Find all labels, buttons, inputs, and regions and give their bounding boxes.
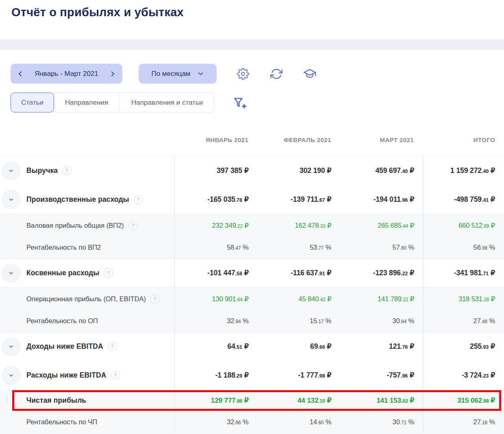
value-cell-february: 302 190 ₽ <box>258 156 341 185</box>
value-cell-january: 130 901.64 ₽ <box>175 288 258 310</box>
table-row: Рентабельность по ОП32.94 %15.17 %30.84 … <box>0 310 504 332</box>
add-filter-button[interactable] <box>232 96 248 110</box>
cell-value: -123 896.22 ₽ <box>373 269 414 277</box>
column-header-february: ФЕВРАЛЬ 2021 <box>284 136 331 143</box>
chevron-right-icon[interactable] <box>109 71 116 77</box>
table-row: Рентабельность по ВП258.47 %53.77 %57.80… <box>0 236 504 259</box>
row-label-cell: Косвенные расходы? <box>0 259 175 287</box>
value-cell-march: 121.76 ₽ <box>340 332 423 361</box>
page-header: Отчёт о прибылях и убытках <box>0 0 504 39</box>
value-cell-february: 44 132.10 ₽ <box>258 390 341 411</box>
cell-value: 318 531.28 ₽ <box>458 295 495 303</box>
row-label-cell: Расходы ниже EBITDA? <box>0 361 175 390</box>
table-row: Чистая прибыль129 777.86 ₽44 132.10 ₽141… <box>0 390 504 411</box>
cell-value: -341 981.71 ₽ <box>454 269 495 277</box>
cell-value: -116 637.91 ₽ <box>291 269 331 277</box>
tab-group: Направления Направления и статьи <box>53 93 215 112</box>
value-cell-february: 69.66 ₽ <box>258 332 341 361</box>
help-icon[interactable]: ? <box>111 371 120 380</box>
cell-value: -194 011.96 ₽ <box>374 195 414 204</box>
cell-value: 255.93 ₽ <box>470 342 495 351</box>
refresh-button[interactable] <box>269 67 283 81</box>
expand-toggle[interactable] <box>1 161 21 181</box>
cell-value: 27.18 % <box>474 418 495 426</box>
cell-value: 660 512.99 ₽ <box>458 222 495 229</box>
granularity-label: По месяцам <box>151 70 190 78</box>
cell-value: 58.47 % <box>227 244 248 251</box>
row-label-cell: Рентабельность по ОП <box>0 310 175 332</box>
row-label: Расходы ниже EBITDA <box>26 371 106 380</box>
cell-value: -139 711.67 ₽ <box>291 195 331 204</box>
value-cell-march: -194 011.96 ₽ <box>340 185 423 214</box>
value-cell-february: 14.60 % <box>258 411 341 433</box>
cell-value: -165 035.78 ₽ <box>207 195 248 204</box>
help-icon[interactable]: ? <box>128 221 138 230</box>
column-header-march: МАРТ 2021 <box>380 136 414 143</box>
value-cell-total: 318 531.28 ₽ <box>423 288 504 310</box>
cell-value: 30.71 % <box>393 418 414 426</box>
row-label: Доходы ниже EBITDA <box>26 342 103 351</box>
cell-value: 315 062.98 ₽ <box>457 396 495 405</box>
help-icon[interactable]: ? <box>104 268 113 278</box>
cell-value: 56.98 % <box>474 244 495 251</box>
help-icon[interactable]: ? <box>134 195 143 204</box>
cell-value: 32.66 % <box>227 418 248 426</box>
chevron-down-icon <box>8 343 15 350</box>
tab-articles[interactable]: Статьи <box>11 93 54 112</box>
row-label: Производственные расходы <box>26 195 129 204</box>
value-cell-total: -341 981.71 ₽ <box>423 259 504 287</box>
value-cell-february: 162 478.33 ₽ <box>258 214 341 236</box>
value-cell-january: 32.66 % <box>175 411 258 433</box>
value-cell-march: 57.80 % <box>340 236 423 258</box>
row-label: Косвенные расходы <box>26 269 99 277</box>
period-selector[interactable]: Январь - Март 2021 <box>11 64 122 84</box>
cell-value: -1 777.98 ₽ <box>298 371 331 380</box>
row-label-cell: Производственные расходы? <box>0 185 175 214</box>
help-icon[interactable]: ? <box>108 342 117 351</box>
settings-button[interactable] <box>236 67 250 81</box>
granularity-dropdown[interactable]: По месяцам <box>139 64 217 84</box>
help-icon[interactable]: ? <box>62 166 72 175</box>
value-cell-march: -757.96 ₽ <box>340 361 423 390</box>
value-cell-january: -101 447.58 ₽ <box>175 259 258 287</box>
value-cell-january: -1 188.29 ₽ <box>175 361 258 390</box>
value-cell-february: -116 637.91 ₽ <box>258 259 341 287</box>
tab-directions[interactable]: Направления <box>54 93 119 112</box>
help-icon[interactable]: ? <box>150 294 160 304</box>
cell-value: -101 447.58 ₽ <box>207 269 248 277</box>
value-cell-january: 129 777.86 ₽ <box>175 390 258 411</box>
cell-value: 397 385 ₽ <box>217 166 248 175</box>
chevron-left-icon[interactable] <box>17 71 24 77</box>
cell-value: 53.77 % <box>310 244 331 251</box>
chevron-down-icon <box>8 270 15 276</box>
cell-value: 121.76 ₽ <box>389 342 414 351</box>
cell-value: 44 132.10 ₽ <box>298 396 331 405</box>
refresh-icon <box>270 68 282 80</box>
tab-directions-and-articles[interactable]: Направления и статьи <box>119 93 214 112</box>
row-label-cell: Рентабельность по ЧП <box>0 411 175 433</box>
value-cell-total: 660 512.99 ₽ <box>423 214 504 236</box>
row-label: Чистая прибыль <box>26 396 86 405</box>
value-cell-march: 30.84 % <box>340 310 423 332</box>
cell-value: 130 901.64 ₽ <box>212 295 249 303</box>
value-cell-february: -139 711.67 ₽ <box>258 185 341 214</box>
cell-value: 15.17 % <box>310 317 331 325</box>
value-cell-march: 30.71 % <box>340 411 423 433</box>
value-cell-march: 141 789.22 ₽ <box>340 288 423 310</box>
expand-toggle[interactable] <box>1 337 21 356</box>
row-label-cell: Операционная прибыль (ОП, EBITDA)? <box>0 288 175 310</box>
table-row: Валовая прибыль общая (ВП2)?232 349.22 ₽… <box>0 214 504 236</box>
tutorial-button[interactable] <box>303 67 317 81</box>
cell-value: 30.84 % <box>393 317 414 325</box>
view-tabs: Статьи Направления Направления и статьи <box>11 93 504 112</box>
cell-value: 302 190 ₽ <box>300 166 331 175</box>
expand-toggle[interactable] <box>1 263 21 283</box>
value-cell-january: 64.51 ₽ <box>175 332 258 361</box>
value-cell-total: 56.98 % <box>423 236 504 258</box>
expand-toggle[interactable] <box>1 190 21 209</box>
cell-value: -3 724.23 ₽ <box>462 371 495 380</box>
filter-add-icon <box>232 96 248 110</box>
table-header-row: ЯНВАРЬ 2021 ФЕВРАЛЬ 2021 МАРТ 2021 ИТОГО <box>0 124 504 156</box>
expand-toggle[interactable] <box>1 366 21 385</box>
cell-value: 57.80 % <box>393 244 414 251</box>
